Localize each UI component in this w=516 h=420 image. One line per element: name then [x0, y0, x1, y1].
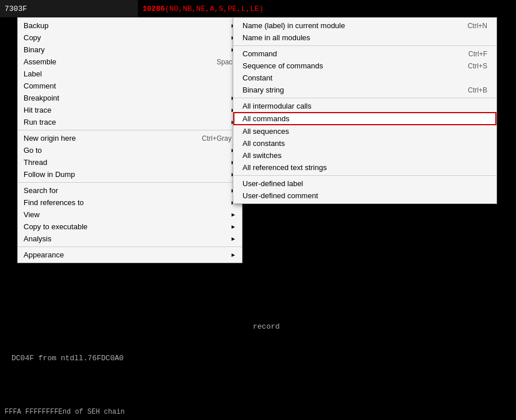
submenu-label-constant: Constant [242, 74, 272, 82]
shortcut-binary-string: Ctrl+B [468, 86, 487, 94]
menu-item-breakpoint[interactable]: Breakpoint ► [18, 92, 242, 104]
submenu-item-all-switches[interactable]: All switches [233, 149, 496, 161]
menu-label-copy-exec: Copy to executable [24, 222, 87, 231]
instruction-address: 10286 [143, 5, 165, 13]
divider-2 [18, 182, 242, 183]
submenu-label-all-constants: All constants [242, 139, 285, 148]
record-text: record [253, 322, 280, 331]
instruction-text: (NO,NB,NE,A,S,PE,L,LE) [165, 5, 264, 13]
menu-item-backup[interactable]: Backup ► [18, 20, 242, 32]
secondary-context-menu: Name (label) in current module Ctrl+N Na… [233, 17, 497, 204]
submenu-item-user-comment[interactable]: User-defined comment [233, 190, 496, 202]
menu-item-find-refs[interactable]: Find references to ► [18, 196, 242, 209]
shortcut-command: Ctrl+F [468, 50, 487, 58]
menu-item-follow-dump[interactable]: Follow in Dump ► [18, 168, 242, 180]
arrow-analysis: ► [230, 236, 236, 242]
menu-label-find-refs: Find references to [24, 198, 84, 207]
submenu-label-seq-commands: Sequence of commands [242, 61, 323, 70]
primary-context-menu: Backup ► Copy ► Binary ► Assemble Space … [17, 17, 242, 263]
submenu-label-command: Command [242, 49, 277, 58]
submenu-divider-3 [233, 175, 496, 176]
menu-item-hit-trace[interactable]: Hit trace ► [18, 104, 242, 116]
menu-label-copy: Copy [24, 33, 41, 42]
menu-item-copy-exec[interactable]: Copy to executable ► [18, 221, 242, 233]
menu-label-comment: Comment [24, 82, 56, 90]
menu-label-run-trace: Run trace [24, 118, 56, 126]
submenu-label-binary-string: Binary string [242, 86, 284, 94]
menu-label-goto: Go to [24, 146, 42, 155]
submenu-item-binary-string[interactable]: Binary string Ctrl+B [233, 84, 496, 96]
menu-item-comment[interactable]: Comment ; [18, 80, 242, 92]
menu-label-assemble: Assemble [24, 57, 56, 66]
menu-label-thread: Thread [24, 158, 47, 167]
divider-1 [18, 130, 242, 130]
menu-item-search-for[interactable]: Search for ► [18, 184, 242, 196]
menu-item-view[interactable]: View ► [18, 209, 242, 221]
address-text: 7303F [5, 5, 27, 13]
top-bar: 7303F [0, 0, 138, 17]
menu-label-new-origin: New origin here [24, 134, 76, 142]
submenu-label-all-sequences: All sequences [242, 127, 289, 136]
menu-item-new-origin[interactable]: New origin here Ctrl+Gray * [18, 132, 242, 144]
menu-item-goto[interactable]: Go to ► [18, 144, 242, 156]
submenu-label-user-comment: User-defined comment [242, 191, 318, 200]
seh-text: FFFA FFFFFFFFEnd of SEH chain [0, 407, 516, 417]
shortcut-new-origin: Ctrl+Gray * [202, 134, 236, 142]
shortcut-seq-commands: Ctrl+S [468, 62, 487, 70]
submenu-item-all-intermodular[interactable]: All intermodular calls [233, 100, 496, 112]
menu-item-thread[interactable]: Thread ► [18, 156, 242, 168]
arrow-view: ► [230, 211, 236, 218]
menu-label-search-for: Search for [24, 186, 58, 195]
submenu-label-all-switches: All switches [242, 151, 282, 160]
submenu-item-all-constants[interactable]: All constants [233, 137, 496, 149]
submenu-label-user-label: User-defined label [242, 179, 303, 188]
shortcut-name-label: Ctrl+N [468, 22, 487, 30]
submenu-label-all-text-strings: All referenced text strings [242, 163, 327, 172]
submenu-item-all-sequences[interactable]: All sequences [233, 125, 496, 137]
submenu-item-constant[interactable]: Constant [233, 72, 496, 84]
submenu-item-command[interactable]: Command Ctrl+F [233, 48, 496, 60]
menu-label-follow-dump: Follow in Dump [24, 170, 75, 179]
submenu-item-all-text-strings[interactable]: All referenced text strings [233, 161, 496, 174]
divider-3 [18, 246, 242, 247]
menu-label-binary: Binary [24, 45, 45, 54]
submenu-item-name-all[interactable]: Name in all modules [233, 32, 496, 44]
submenu-item-name-label[interactable]: Name (label) in current module Ctrl+N [233, 20, 496, 32]
menu-label-backup: Backup [24, 21, 48, 30]
menu-item-appearance[interactable]: Appearance ► [18, 249, 242, 261]
submenu-item-user-label[interactable]: User-defined label [233, 178, 496, 190]
menu-label-breakpoint: Breakpoint [24, 94, 59, 102]
menu-item-binary[interactable]: Binary ► [18, 44, 242, 56]
submenu-label-all-commands: All commands [242, 114, 290, 123]
submenu-label-all-intermodular: All intermodular calls [242, 102, 311, 110]
submenu-item-all-commands[interactable]: All commands [233, 112, 496, 125]
menu-label-analysis: Analysis [24, 234, 51, 243]
menu-label-view: View [24, 210, 40, 219]
arrow-copy-exec: ► [230, 224, 236, 230]
instruction-bar: 10286 (NO,NB,NE,A,S,PE,L,LE) [138, 0, 516, 17]
menu-item-copy[interactable]: Copy ► [18, 32, 242, 44]
menu-item-analysis[interactable]: Analysis ► [18, 233, 242, 245]
submenu-divider-1 [233, 45, 496, 46]
dc04f-text: DC04F from ntdll.76FDC0A0 [11, 354, 124, 363]
menu-item-run-trace[interactable]: Run trace ► [18, 116, 242, 128]
submenu-divider-2 [233, 98, 496, 98]
menu-label-hit-trace: Hit trace [24, 106, 51, 114]
menu-label-appearance: Appearance [24, 251, 64, 259]
menu-item-label[interactable]: Label : [18, 68, 242, 80]
submenu-item-seq-commands[interactable]: Sequence of commands Ctrl+S [233, 60, 496, 72]
arrow-appearance: ► [230, 252, 236, 258]
submenu-label-name-label: Name (label) in current module [242, 21, 345, 30]
menu-item-assemble[interactable]: Assemble Space [18, 56, 242, 68]
menu-label-label: Label [24, 70, 42, 78]
submenu-label-name-all: Name in all modules [242, 33, 310, 42]
